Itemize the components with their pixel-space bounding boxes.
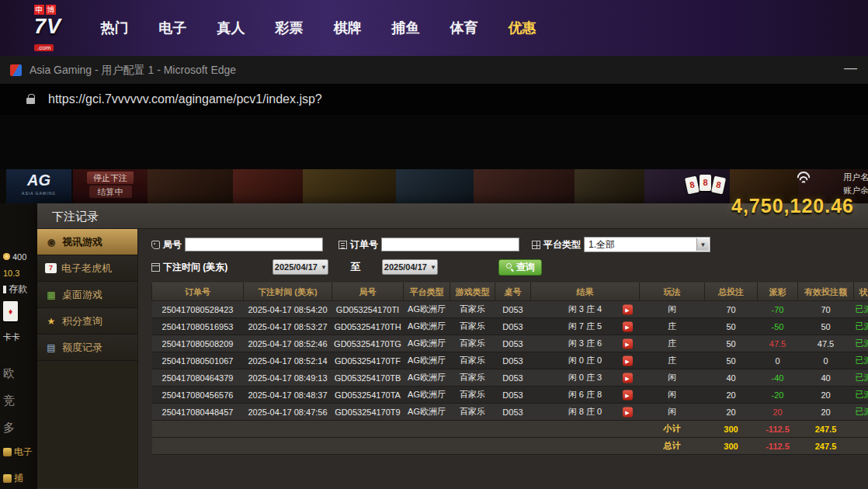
sum-label: 小计 [640, 421, 705, 438]
sidebar-item-4[interactable]: ★积分查询 [37, 308, 137, 335]
round-number-input[interactable] [185, 238, 323, 251]
search-button[interactable]: 查询 [498, 259, 542, 276]
browser-urlbar[interactable]: https://gci.7vvvvvv.com/agingame/pcv1/in… [0, 84, 868, 115]
nav-item-4[interactable]: 彩票 [260, 19, 318, 37]
cell-play: 庄 [640, 335, 705, 352]
sidebar-item-3[interactable]: ▦桌面游戏 [37, 282, 137, 308]
stop-betting-label: 停止下注 [87, 172, 134, 184]
replay-button[interactable]: ▶ [623, 304, 633, 314]
bet-records-table: 订单号下注时间 (美东)局号平台类型游戏类型桌号结果玩法总投注派彩有效投注额状态… [151, 283, 868, 455]
slot-machine-icon: 7 [45, 263, 57, 273]
sidebar-item-label: 视讯游戏 [62, 235, 102, 249]
nav-item-1[interactable]: 热门 [85, 19, 144, 37]
date-from-button[interactable]: 2025/04/17 ▼ [273, 259, 328, 275]
replay-button[interactable]: ▶ [623, 321, 633, 331]
date-to-button[interactable]: 2025/04/17 ▼ [382, 259, 438, 275]
cell-order-id: 250417080516953 [152, 318, 244, 335]
settling-label: 结算中 [89, 186, 132, 198]
cell-bet-time: 2025-04-17 08:47:56 [244, 404, 332, 421]
cell-order-id: 250417080448457 [152, 404, 244, 421]
platform-type-select[interactable]: 1.全部 ▼ [584, 237, 710, 252]
cell-game-type: 百家乐 [450, 335, 495, 352]
nav-item-5[interactable]: 棋牌 [318, 19, 377, 37]
logo-badges: 申 博 [34, 5, 89, 15]
nav-item-8[interactable]: 优惠 [493, 19, 551, 37]
video-camera-icon: ◉ [45, 237, 57, 248]
nav-item-2[interactable]: 电子 [144, 19, 202, 37]
col-header-payout: 派彩 [758, 283, 798, 301]
cell-result: 闲 7 庄 5▶ [531, 318, 640, 335]
to-label: 至 [350, 260, 360, 274]
sidebar-item-2[interactable]: 7电子老虎机 [37, 255, 137, 282]
cell-result: 闲 0 庄 3▶ [531, 369, 640, 387]
cell-play: 闲 [640, 369, 705, 387]
sidebar-item-label: 积分查询 [62, 314, 102, 328]
replay-button[interactable]: ▶ [623, 338, 633, 349]
cell-table-no: D053 [495, 404, 531, 421]
replay-button[interactable]: ▶ [623, 355, 633, 366]
browser-titlebar: Asia Gaming - 用户配置 1 - Microsoft Edge — [0, 56, 868, 84]
jackpot-counter: 4,750,120.46 [731, 195, 854, 217]
site-logo[interactable]: 申 博 7V .com [34, 5, 89, 51]
cell-round-id: GD053254170TA [332, 387, 404, 404]
cell-order-id: 250417080501067 [152, 352, 244, 369]
cell-play: 庄 [640, 318, 705, 335]
cell-platform: AG欧洲厅 [404, 369, 450, 387]
cell-payout: -20 [758, 387, 798, 404]
cell-valid-bet: 20 [798, 387, 854, 404]
url-text[interactable]: https://gci.7vvvvvv.com/agingame/pcv1/in… [48, 92, 322, 106]
cell-status: 已派彩 [854, 318, 868, 335]
order-number-input[interactable] [381, 238, 519, 251]
sum-valid-bet: 247.5 [798, 421, 854, 438]
col-header-platform: 平台类型 [404, 283, 450, 301]
cell-round-id: GD053254170TH [332, 318, 404, 335]
nav-item-6[interactable]: 捕鱼 [377, 19, 435, 37]
cell-result: 闲 3 庄 6▶ [531, 335, 640, 352]
cell-status: 已派彩 [854, 301, 868, 318]
replay-button[interactable]: ▶ [623, 407, 633, 417]
nav-item-3[interactable]: 真人 [202, 19, 260, 37]
screen: 申 博 7V .com 热门电子真人彩票棋牌捕鱼体育优惠 Asia Gaming… [0, 0, 868, 489]
cell-payout: -70 [758, 301, 798, 318]
minimize-button[interactable]: — [844, 61, 857, 76]
sidebar-item-1[interactable]: ◉视讯游戏 [37, 229, 137, 255]
background-left-item: 多 [3, 421, 15, 435]
playing-card: 8 [700, 175, 711, 191]
col-header-status: 状态 [854, 283, 868, 301]
round-tag-icon [151, 241, 160, 249]
cell-bet-time: 2025-04-17 08:52:14 [244, 352, 332, 369]
cell-round-id: GD053254170T9 [332, 404, 404, 421]
cell-payout: -50 [758, 318, 798, 335]
col-header-valid-bet: 有效投注额 [798, 283, 854, 301]
table-row: 2504170804565762025-04-17 08:48:37GD0532… [152, 387, 868, 404]
coin-icon [3, 253, 10, 260]
platform-type-value: 1.全部 [589, 238, 615, 251]
logo-suffix: .com [34, 44, 54, 51]
sidebar-item-5[interactable]: ▤额度记录 [37, 335, 137, 361]
cell-status: 已派彩 [854, 387, 868, 404]
cell-order-id: 250417080464379 [152, 369, 244, 387]
cell-valid-bet: 47.5 [798, 335, 854, 352]
cell-result: 闲 8 庄 0▶ [531, 404, 640, 421]
col-header-bet-time: 下注时间 (美东) [244, 283, 332, 301]
cell-result: 闲 6 庄 8▶ [531, 387, 640, 404]
game-status-panel: 停止下注 结算中 [73, 169, 148, 203]
platform-type-label: 平台类型 [543, 238, 581, 251]
playing-card: 8 [685, 176, 700, 195]
table-header-row: 订单号下注时间 (美东)局号平台类型游戏类型桌号结果玩法总投注派彩有效投注额状态 [152, 283, 868, 301]
cell-platform: AG欧洲厅 [404, 352, 450, 369]
replay-button[interactable]: ▶ [623, 373, 633, 383]
cell-bet-time: 2025-04-17 08:54:20 [244, 301, 332, 318]
replay-button[interactable]: ▶ [623, 390, 633, 400]
playing-card-icon: ♦ [3, 301, 18, 321]
cell-bet-time: 2025-04-17 08:49:13 [244, 369, 332, 387]
record-doc-icon: ▤ [45, 342, 57, 353]
cell-round-id: GD053254170TG [332, 335, 404, 352]
cell-valid-bet: 20 [798, 404, 854, 421]
cell-play: 闲 [640, 301, 705, 318]
cell-total-bet: 50 [705, 352, 758, 369]
nav-item-7[interactable]: 体育 [435, 19, 493, 37]
grand-total-row: 总计300-112.5247.5 [152, 438, 868, 455]
background-left-item: 电子 [3, 446, 33, 459]
cell-game-type: 百家乐 [450, 301, 495, 318]
